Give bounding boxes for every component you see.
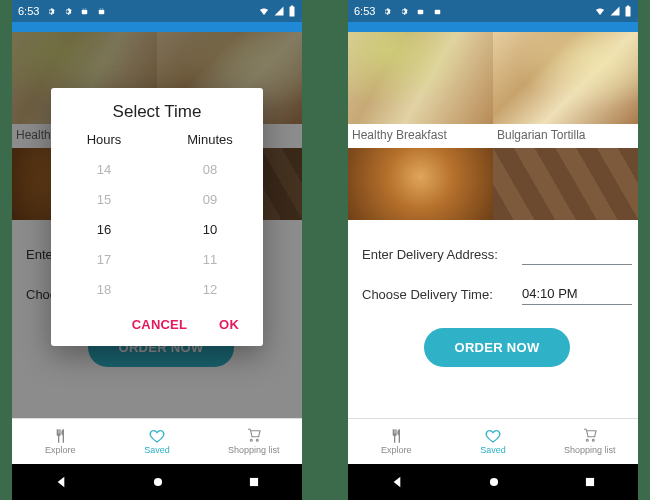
minutes-header: Minutes — [157, 132, 263, 147]
svg-rect-11 — [435, 9, 441, 14]
gear-icon — [45, 6, 56, 17]
cart-icon — [246, 428, 262, 444]
android-nav-bar — [12, 464, 302, 500]
back-button[interactable] — [389, 474, 405, 490]
food-label: Bulgarian Tortilla — [493, 124, 638, 148]
minute-option[interactable]: 08 — [157, 155, 263, 185]
svg-rect-12 — [626, 7, 631, 17]
android-icon — [432, 6, 443, 17]
heart-icon — [485, 428, 501, 444]
tab-shopping-list[interactable]: Shopping list — [205, 419, 302, 464]
wifi-icon — [594, 5, 606, 17]
status-bar: 6:53 — [348, 0, 638, 22]
svg-rect-7 — [291, 6, 293, 8]
svg-rect-9 — [250, 478, 258, 486]
modal-overlay[interactable]: Select Time Hours 14 15 16 17 18 Minut — [12, 32, 302, 418]
tab-label: Shopping list — [228, 445, 280, 455]
recents-button[interactable] — [583, 475, 597, 489]
tab-label: Explore — [45, 445, 76, 455]
app-bar — [348, 22, 638, 32]
svg-point-5 — [103, 8, 104, 9]
home-button[interactable] — [151, 475, 165, 489]
order-now-button[interactable]: ORDER NOW — [424, 328, 569, 367]
bottom-tab-bar: Explore Saved Shopping list — [12, 418, 302, 464]
signal-icon — [609, 5, 621, 17]
tab-shopping-list[interactable]: Shopping list — [541, 419, 638, 464]
svg-rect-0 — [82, 9, 88, 14]
bottom-tab-bar: Explore Saved Shopping list — [348, 418, 638, 464]
android-icon — [79, 6, 90, 17]
food-image[interactable] — [493, 148, 638, 220]
status-clock: 6:53 — [354, 5, 375, 17]
cancel-button[interactable]: CANCEL — [132, 317, 187, 332]
svg-rect-10 — [418, 9, 424, 14]
address-label: Enter Delivery Address: — [362, 247, 522, 262]
cart-icon — [582, 428, 598, 444]
signal-icon — [273, 5, 285, 17]
tab-label: Saved — [144, 445, 170, 455]
food-image[interactable] — [348, 32, 493, 124]
time-input[interactable] — [522, 283, 632, 305]
minute-option[interactable]: 11 — [157, 245, 263, 275]
svg-point-4 — [100, 8, 101, 9]
svg-point-1 — [83, 8, 84, 9]
minute-option-selected[interactable]: 10 — [157, 215, 263, 245]
hour-option[interactable]: 17 — [51, 245, 157, 275]
app-bar — [12, 22, 302, 32]
back-button[interactable] — [53, 474, 69, 490]
food-label: Healthy Breakfast — [348, 124, 493, 148]
gear-icon — [381, 6, 392, 17]
hour-option[interactable]: 15 — [51, 185, 157, 215]
svg-point-8 — [154, 478, 162, 486]
hours-spinner[interactable]: 14 15 16 17 18 — [51, 155, 157, 305]
dialog-title: Select Time — [51, 102, 263, 122]
utensils-icon — [52, 428, 68, 444]
android-icon — [96, 6, 107, 17]
android-nav-bar — [348, 464, 638, 500]
svg-rect-15 — [586, 478, 594, 486]
ok-button[interactable]: OK — [219, 317, 239, 332]
content-area: Healthy Breakfast Bulgarian Tortilla Ent… — [348, 32, 638, 418]
minute-option[interactable]: 12 — [157, 275, 263, 305]
svg-point-14 — [490, 478, 498, 486]
utensils-icon — [388, 428, 404, 444]
tab-label: Shopping list — [564, 445, 616, 455]
food-image[interactable] — [493, 32, 638, 124]
android-icon — [415, 6, 426, 17]
hour-option[interactable]: 18 — [51, 275, 157, 305]
svg-rect-13 — [627, 6, 629, 8]
hour-option-selected[interactable]: 16 — [51, 215, 157, 245]
gear-icon — [398, 6, 409, 17]
hours-header: Hours — [51, 132, 157, 147]
food-image[interactable] — [348, 148, 493, 220]
phone-left: 6:53 Healthy Breakfast Bulgarian Tortill… — [12, 0, 302, 500]
recents-button[interactable] — [247, 475, 261, 489]
time-label: Choose Delivery Time: — [362, 287, 522, 302]
wifi-icon — [258, 5, 270, 17]
svg-rect-6 — [290, 7, 295, 17]
svg-point-2 — [86, 8, 87, 9]
status-bar: 6:53 — [12, 0, 302, 22]
tab-saved[interactable]: Saved — [445, 419, 542, 464]
heart-icon — [149, 428, 165, 444]
hour-option[interactable]: 14 — [51, 155, 157, 185]
gear-icon — [62, 6, 73, 17]
food-row-1: Healthy Breakfast Bulgarian Tortilla — [348, 32, 638, 148]
phone-right: 6:53 Healthy Breakfast Bulgarian Tortill… — [348, 0, 638, 500]
minute-option[interactable]: 09 — [157, 185, 263, 215]
tab-label: Explore — [381, 445, 412, 455]
tab-explore[interactable]: Explore — [348, 419, 445, 464]
svg-rect-3 — [99, 9, 105, 14]
status-clock: 6:53 — [18, 5, 39, 17]
tab-label: Saved — [480, 445, 506, 455]
tab-explore[interactable]: Explore — [12, 419, 109, 464]
tab-saved[interactable]: Saved — [109, 419, 206, 464]
battery-icon — [288, 5, 296, 17]
content-area: Healthy Breakfast Bulgarian Tortilla Ent… — [12, 32, 302, 418]
food-row-2 — [348, 148, 638, 220]
minutes-spinner[interactable]: 08 09 10 11 12 — [157, 155, 263, 305]
address-input[interactable] — [522, 243, 632, 265]
time-picker-dialog: Select Time Hours 14 15 16 17 18 Minut — [51, 88, 263, 346]
home-button[interactable] — [487, 475, 501, 489]
battery-icon — [624, 5, 632, 17]
